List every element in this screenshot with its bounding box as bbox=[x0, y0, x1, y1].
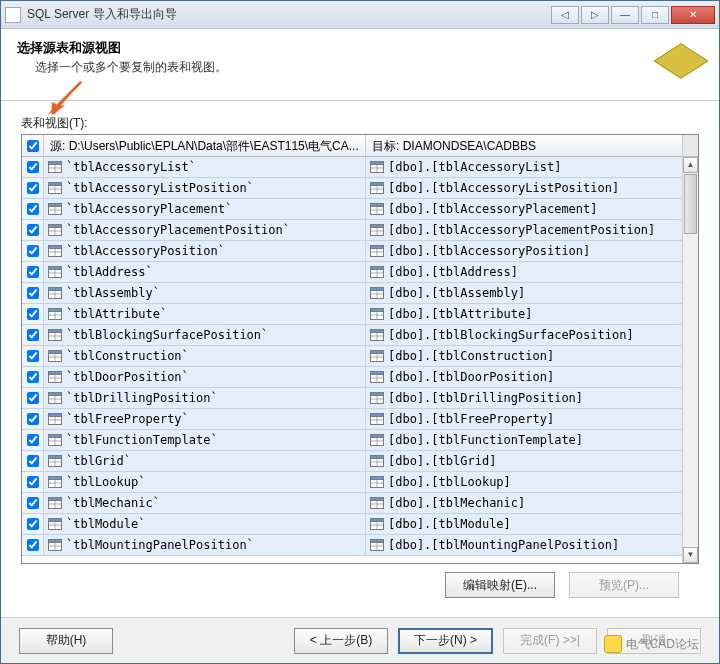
row-checkbox[interactable] bbox=[22, 157, 44, 177]
row-checkbox[interactable] bbox=[22, 283, 44, 303]
target-table-name: [dbo].[tblMechanic] bbox=[388, 496, 525, 510]
table-row[interactable]: `tblMountingPanelPosition`[dbo].[tblMoun… bbox=[22, 535, 682, 556]
svg-rect-4 bbox=[49, 162, 62, 165]
scroll-up-icon[interactable]: ▲ bbox=[683, 157, 698, 173]
table-row[interactable]: `tblFreeProperty`[dbo].[tblFreeProperty] bbox=[22, 409, 682, 430]
target-cell[interactable]: [dbo].[tblAccessoryList] bbox=[366, 157, 682, 177]
row-checkbox[interactable] bbox=[22, 514, 44, 534]
nav-back-icon[interactable]: ◁ bbox=[551, 6, 579, 24]
nav-fwd-icon[interactable]: ▷ bbox=[581, 6, 609, 24]
row-checkbox[interactable] bbox=[22, 493, 44, 513]
source-cell: `tblAddress` bbox=[44, 262, 366, 282]
table-row[interactable]: `tblAddress`[dbo].[tblAddress] bbox=[22, 262, 682, 283]
source-cell: `tblDoorPosition` bbox=[44, 367, 366, 387]
table-row[interactable]: `tblGrid`[dbo].[tblGrid] bbox=[22, 451, 682, 472]
row-checkbox[interactable] bbox=[22, 367, 44, 387]
source-cell: `tblLookup` bbox=[44, 472, 366, 492]
target-cell[interactable]: [dbo].[tblFunctionTemplate] bbox=[366, 430, 682, 450]
target-cell[interactable]: [dbo].[tblAttribute] bbox=[366, 304, 682, 324]
target-cell[interactable]: [dbo].[tblGrid] bbox=[366, 451, 682, 471]
source-cell: `tblModule` bbox=[44, 514, 366, 534]
row-checkbox[interactable] bbox=[22, 430, 44, 450]
row-checkbox[interactable] bbox=[22, 472, 44, 492]
target-cell[interactable]: [dbo].[tblAssembly] bbox=[366, 283, 682, 303]
target-cell[interactable]: [dbo].[tblAccessoryPosition] bbox=[366, 241, 682, 261]
target-cell[interactable]: [dbo].[tblConstruction] bbox=[366, 346, 682, 366]
target-cell[interactable]: [dbo].[tblAccessoryPlacement] bbox=[366, 199, 682, 219]
source-table-name: `tblAccessoryPlacement` bbox=[66, 202, 232, 216]
target-cell[interactable]: [dbo].[tblDoorPosition] bbox=[366, 367, 682, 387]
target-cell[interactable]: [dbo].[tblLookup] bbox=[366, 472, 682, 492]
next-button[interactable]: 下一步(N) > bbox=[398, 628, 493, 654]
table-row[interactable]: `tblBlockingSurfacePosition`[dbo].[tblBl… bbox=[22, 325, 682, 346]
row-checkbox[interactable] bbox=[22, 388, 44, 408]
tables-grid: 源: D:\Users\Public\EPLAN\Data\部件\EAST115… bbox=[21, 134, 699, 564]
svg-rect-20 bbox=[49, 204, 62, 207]
maximize-button[interactable]: □ bbox=[641, 6, 669, 24]
row-checkbox[interactable] bbox=[22, 199, 44, 219]
app-icon bbox=[5, 7, 21, 23]
table-row[interactable]: `tblAccessoryListPosition`[dbo].[tblAcce… bbox=[22, 178, 682, 199]
source-cell: `tblFunctionTemplate` bbox=[44, 430, 366, 450]
table-row[interactable]: `tblDoorPosition`[dbo].[tblDoorPosition] bbox=[22, 367, 682, 388]
table-row[interactable]: `tblMechanic`[dbo].[tblMechanic] bbox=[22, 493, 682, 514]
svg-rect-108 bbox=[49, 435, 62, 438]
source-cell: `tblMountingPanelPosition` bbox=[44, 535, 366, 555]
table-row[interactable]: `tblFunctionTemplate`[dbo].[tblFunctionT… bbox=[22, 430, 682, 451]
row-checkbox[interactable] bbox=[22, 325, 44, 345]
row-checkbox[interactable] bbox=[22, 535, 44, 555]
table-row[interactable]: `tblAssembly`[dbo].[tblAssembly] bbox=[22, 283, 682, 304]
target-cell[interactable]: [dbo].[tblDrillingPosition] bbox=[366, 388, 682, 408]
target-cell[interactable]: [dbo].[tblAccessoryListPosition] bbox=[366, 178, 682, 198]
table-row[interactable]: `tblLookup`[dbo].[tblLookup] bbox=[22, 472, 682, 493]
target-cell[interactable]: [dbo].[tblModule] bbox=[366, 514, 682, 534]
table-row[interactable]: `tblConstruction`[dbo].[tblConstruction] bbox=[22, 346, 682, 367]
target-cell[interactable]: [dbo].[tblAccessoryPlacementPosition] bbox=[366, 220, 682, 240]
source-table-name: `tblAccessoryList` bbox=[66, 160, 196, 174]
target-cell[interactable]: [dbo].[tblAddress] bbox=[366, 262, 682, 282]
table-row[interactable]: `tblAttribute`[dbo].[tblAttribute] bbox=[22, 304, 682, 325]
source-table-name: `tblAccessoryPosition` bbox=[66, 244, 225, 258]
target-cell[interactable]: [dbo].[tblMechanic] bbox=[366, 493, 682, 513]
table-row[interactable]: `tblAccessoryPosition`[dbo].[tblAccessor… bbox=[22, 241, 682, 262]
svg-rect-56 bbox=[371, 288, 384, 291]
minimize-button[interactable]: — bbox=[611, 6, 639, 24]
target-table-name: [dbo].[tblAssembly] bbox=[388, 286, 525, 300]
target-cell[interactable]: [dbo].[tblMountingPanelPosition] bbox=[366, 535, 682, 555]
edit-mapping-button[interactable]: 编辑映射(E)... bbox=[445, 572, 555, 598]
annotation-arrow-icon bbox=[46, 79, 84, 120]
table-row[interactable]: `tblAccessoryPlacementPosition`[dbo].[tb… bbox=[22, 220, 682, 241]
target-cell[interactable]: [dbo].[tblFreeProperty] bbox=[366, 409, 682, 429]
watermark-icon bbox=[604, 635, 622, 653]
source-table-name: `tblMechanic` bbox=[66, 496, 160, 510]
row-checkbox[interactable] bbox=[22, 304, 44, 324]
target-column-header[interactable]: 目标: DIAMONDSEA\CADBBS bbox=[366, 135, 682, 156]
vertical-scrollbar[interactable]: ▲ ▼ bbox=[682, 157, 698, 563]
back-button[interactable]: < 上一步(B) bbox=[294, 628, 388, 654]
target-table-name: [dbo].[tblConstruction] bbox=[388, 349, 554, 363]
source-column-header[interactable]: 源: D:\Users\Public\EPLAN\Data\部件\EAST115… bbox=[44, 135, 366, 156]
table-row[interactable]: `tblAccessoryPlacement`[dbo].[tblAccesso… bbox=[22, 199, 682, 220]
help-button[interactable]: 帮助(H) bbox=[19, 628, 113, 654]
svg-rect-96 bbox=[371, 393, 384, 396]
table-row[interactable]: `tblDrillingPosition`[dbo].[tblDrillingP… bbox=[22, 388, 682, 409]
svg-rect-32 bbox=[371, 225, 384, 228]
source-table-name: `tblDoorPosition` bbox=[66, 370, 189, 384]
row-checkbox[interactable] bbox=[22, 262, 44, 282]
scroll-thumb[interactable] bbox=[684, 174, 697, 234]
select-all-checkbox[interactable] bbox=[22, 135, 44, 156]
row-checkbox[interactable] bbox=[22, 178, 44, 198]
target-table-name: [dbo].[tblAccessoryPosition] bbox=[388, 244, 590, 258]
row-checkbox[interactable] bbox=[22, 346, 44, 366]
source-cell: `tblAccessoryPlacement` bbox=[44, 199, 366, 219]
row-checkbox[interactable] bbox=[22, 409, 44, 429]
table-row[interactable]: `tblAccessoryList`[dbo].[tblAccessoryLis… bbox=[22, 157, 682, 178]
row-checkbox[interactable] bbox=[22, 241, 44, 261]
target-cell[interactable]: [dbo].[tblBlockingSurfacePosition] bbox=[366, 325, 682, 345]
row-checkbox[interactable] bbox=[22, 451, 44, 471]
table-row[interactable]: `tblModule`[dbo].[tblModule] bbox=[22, 514, 682, 535]
target-table-name: [dbo].[tblDoorPosition] bbox=[388, 370, 554, 384]
scroll-down-icon[interactable]: ▼ bbox=[683, 547, 698, 563]
close-button[interactable]: ✕ bbox=[671, 6, 715, 24]
row-checkbox[interactable] bbox=[22, 220, 44, 240]
